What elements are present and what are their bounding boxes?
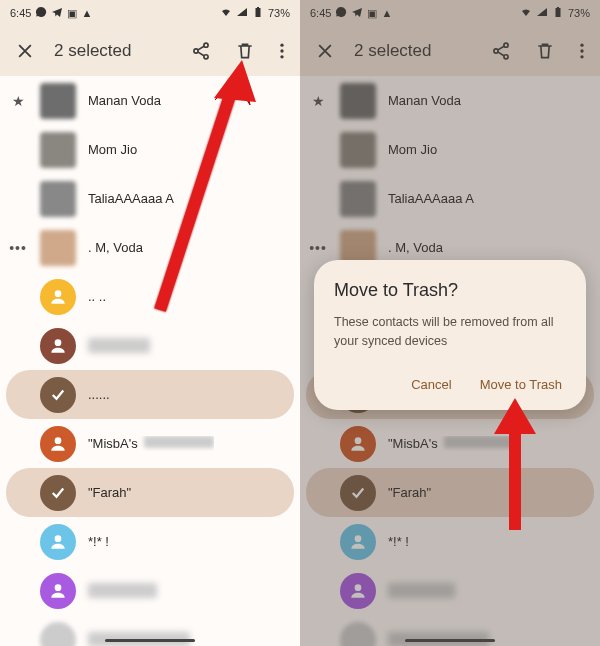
contact-name: "MisbA's xyxy=(88,436,214,451)
contact-avatar xyxy=(40,426,76,462)
contact-name xyxy=(88,338,150,353)
contact-row[interactable]: "Farah" xyxy=(6,468,294,517)
share-button[interactable] xyxy=(182,32,220,70)
svg-point-5 xyxy=(280,55,283,58)
svg-point-4 xyxy=(280,49,283,52)
dialog-body: These contacts will be removed from all … xyxy=(334,313,566,351)
svg-point-7 xyxy=(55,339,62,346)
move-to-trash-dialog: Move to Trash? These contacts will be re… xyxy=(314,260,586,410)
contact-name: .. .. xyxy=(88,289,106,304)
contact-name: Mom Jio xyxy=(88,142,137,157)
selected-check-icon xyxy=(40,377,76,413)
more-icon: ••• xyxy=(8,240,28,256)
app-bar: 2 selected xyxy=(0,26,300,76)
confirm-button[interactable]: Move to Trash xyxy=(476,369,566,400)
telegram-icon xyxy=(51,6,63,20)
contact-avatar xyxy=(40,181,76,217)
screen-right: 6:45 ▣ ▲ 73% 2 selected ★Manan VodaMom J… xyxy=(300,0,600,646)
contact-row[interactable]: *!* ! xyxy=(0,517,300,566)
signal-icon xyxy=(236,6,248,20)
contact-name xyxy=(88,583,157,598)
gesture-bar[interactable] xyxy=(105,639,195,642)
contact-avatar xyxy=(40,83,76,119)
contact-row[interactable]: Mom Jio xyxy=(0,125,300,174)
close-button[interactable] xyxy=(6,32,44,70)
star-icon: ★ xyxy=(8,93,28,109)
status-time: 6:45 xyxy=(10,7,31,19)
contact-row[interactable] xyxy=(0,321,300,370)
notif-icon-2: ▲ xyxy=(81,7,92,19)
contact-row[interactable]: ...... xyxy=(6,370,294,419)
whatsapp-icon xyxy=(35,6,47,20)
overflow-button[interactable] xyxy=(270,32,294,70)
selected-check-icon xyxy=(40,475,76,511)
dialog-actions: Cancel Move to Trash xyxy=(334,369,566,400)
contact-name: ...... xyxy=(88,387,110,402)
svg-point-6 xyxy=(55,290,62,297)
contacts-list[interactable]: ★Manan VodaMom JioTaliaAAAaaa A•••. M, V… xyxy=(0,76,300,646)
contact-avatar xyxy=(40,132,76,168)
battery-text: 73% xyxy=(268,7,290,19)
contact-name: TaliaAAAaaa A xyxy=(88,191,174,206)
contact-avatar xyxy=(40,279,76,315)
cancel-button[interactable]: Cancel xyxy=(407,369,455,400)
contact-row[interactable]: •••. M, Voda xyxy=(0,223,300,272)
contact-avatar xyxy=(40,230,76,266)
contact-avatar xyxy=(40,524,76,560)
contact-row[interactable]: "MisbA's xyxy=(0,419,300,468)
dialog-title: Move to Trash? xyxy=(334,280,566,301)
contact-avatar xyxy=(40,622,76,647)
svg-point-8 xyxy=(55,437,62,444)
contact-name: *!* ! xyxy=(88,534,109,549)
contact-row[interactable]: .. .. xyxy=(0,272,300,321)
appbar-title: 2 selected xyxy=(50,41,176,61)
wifi-icon xyxy=(220,6,232,20)
svg-point-3 xyxy=(280,44,283,47)
screen-left: 6:45 ▣ ▲ 73% 2 selected xyxy=(0,0,300,646)
contact-row[interactable]: TaliaAAAaaa A xyxy=(0,174,300,223)
contact-avatar xyxy=(40,328,76,364)
svg-point-10 xyxy=(55,584,62,591)
notif-icon: ▣ xyxy=(67,7,77,20)
contact-row[interactable]: ★Manan Voda xyxy=(0,76,300,125)
contact-row[interactable] xyxy=(0,566,300,615)
contact-name: Manan Voda xyxy=(88,93,161,108)
delete-button[interactable] xyxy=(226,32,264,70)
svg-point-9 xyxy=(55,535,62,542)
status-bar: 6:45 ▣ ▲ 73% xyxy=(0,0,300,26)
contact-avatar xyxy=(40,573,76,609)
contact-name: . M, Voda xyxy=(88,240,143,255)
battery-icon xyxy=(252,6,264,20)
contact-name: "Farah" xyxy=(88,485,131,500)
